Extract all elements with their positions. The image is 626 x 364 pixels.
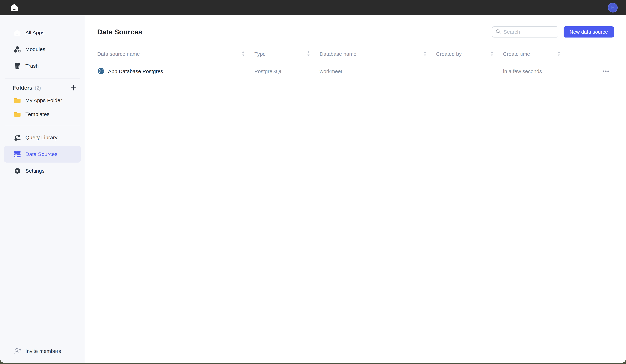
folders-count: (2) (35, 85, 41, 91)
sort-icon (307, 51, 310, 58)
sort-icon (490, 51, 494, 58)
sidebar-item-label: My Apps Folder (25, 98, 62, 103)
folders-header: Folders (2) (4, 82, 81, 94)
sidebar-item-label: Query Library (25, 134, 57, 140)
app-window: F All Apps (0, 0, 626, 363)
sidebar-item-data-sources[interactable]: Data Sources (4, 146, 81, 163)
sidebar-divider (5, 125, 80, 125)
sidebar-item-trash[interactable]: Trash (4, 58, 81, 74)
column-header-type[interactable]: Type (250, 47, 315, 61)
sidebar-item-query-library[interactable]: Query Library (4, 129, 81, 146)
sidebar-item-label: Templates (25, 111, 50, 117)
home-button[interactable] (10, 3, 19, 12)
sidebar-folder-templates[interactable]: Templates (4, 107, 81, 121)
settings-icon (14, 167, 21, 174)
search-icon (495, 29, 501, 35)
sidebar-divider (5, 78, 80, 78)
table-header-row: Data source name Type (97, 47, 614, 61)
data-sources-icon (14, 151, 21, 158)
trash-icon (14, 63, 21, 69)
sidebar-item-settings[interactable]: Settings (4, 163, 81, 179)
page-title: Data Sources (97, 28, 142, 36)
database-name: workmeet (315, 68, 432, 74)
column-header-database-name[interactable]: Database name (315, 47, 432, 61)
avatar[interactable]: F (608, 3, 618, 12)
sidebar-item-all-apps[interactable]: All Apps (4, 24, 81, 41)
modules-icon (14, 46, 21, 53)
sort-icon (241, 51, 245, 58)
home-icon (10, 3, 18, 12)
kebab-menu-icon (602, 70, 609, 73)
sort-icon (423, 51, 427, 58)
add-folder-button[interactable] (69, 84, 78, 92)
main-content: Data Sources New data source (85, 15, 626, 363)
column-header-created-by[interactable]: Created by (432, 47, 499, 61)
create-time: in a few seconds (499, 68, 566, 74)
column-header-data-source-name[interactable]: Data source name (97, 47, 250, 61)
new-data-source-button[interactable]: New data source (564, 26, 614, 37)
table-row[interactable]: App Database Postgres PostgreSQL workmee… (97, 61, 614, 82)
folder-icon (14, 111, 21, 118)
folder-icon (14, 97, 21, 104)
search-box (492, 26, 558, 37)
search-input[interactable] (503, 29, 555, 35)
plus-icon (70, 84, 77, 92)
row-actions-button[interactable] (601, 68, 611, 75)
sidebar: All Apps Modules (0, 15, 85, 363)
top-bar: F (0, 0, 626, 15)
home-icon (14, 29, 21, 36)
sidebar-item-label: Data Sources (25, 151, 57, 157)
sidebar-item-label: Modules (25, 46, 45, 52)
sidebar-item-modules[interactable]: Modules (4, 41, 81, 58)
invite-members-button[interactable]: Invite members (4, 346, 81, 357)
sidebar-item-label: Settings (25, 168, 44, 174)
sort-icon (557, 51, 561, 58)
sidebar-item-label: All Apps (25, 30, 44, 35)
data-source-type: PostgreSQL (250, 68, 315, 74)
invite-user-icon (14, 347, 22, 355)
data-source-name: App Database Postgres (108, 68, 163, 74)
sidebar-item-label: Trash (25, 63, 39, 69)
postgresql-icon (97, 67, 105, 75)
query-library-icon (14, 134, 21, 141)
folders-title: Folders (13, 85, 32, 91)
column-header-actions (566, 47, 614, 61)
data-sources-table: Data source name Type (97, 47, 614, 82)
sidebar-folder-my-apps[interactable]: My Apps Folder (4, 94, 81, 107)
invite-members-label: Invite members (25, 348, 61, 354)
column-header-create-time[interactable]: Create time (499, 47, 566, 61)
